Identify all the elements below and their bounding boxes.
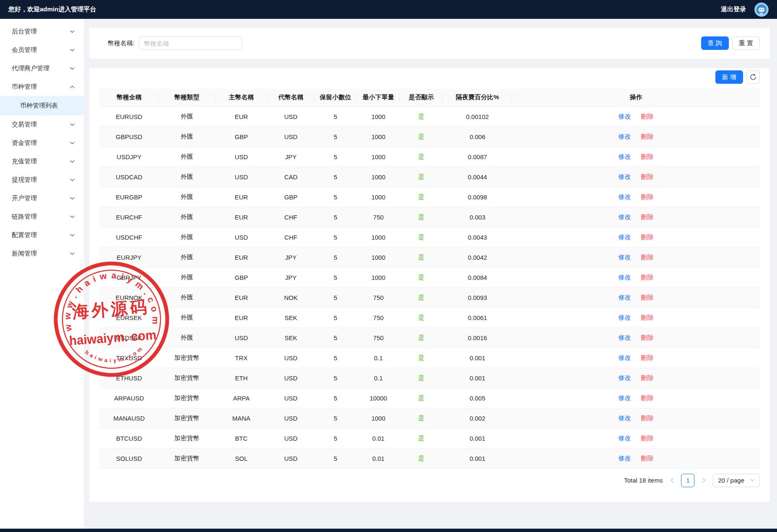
cell-type: 外匯 — [159, 127, 215, 147]
currency-name-input[interactable] — [139, 36, 242, 50]
edit-link[interactable]: 修改 — [618, 294, 631, 301]
delete-link[interactable]: 刪除 — [641, 253, 653, 261]
delete-link[interactable]: 刪除 — [641, 374, 653, 381]
sidebar-item-agent-merchant[interactable]: 代理商户管理 — [0, 59, 84, 77]
edit-link[interactable]: 修改 — [618, 374, 631, 381]
delete-link[interactable]: 刪除 — [641, 314, 653, 321]
table-row: USDCAD外匯USDCAD51000是0.0044修改刪除 — [99, 167, 760, 187]
edit-link[interactable]: 修改 — [618, 253, 631, 261]
col-header-full-name: 幣種全稱 — [99, 89, 159, 106]
cell-visible: 是 — [400, 388, 443, 408]
cell-type: 外匯 — [159, 167, 215, 187]
edit-link[interactable]: 修改 — [618, 173, 631, 180]
table-row: EURCHF外匯EURCHF5750是0.003修改刪除 — [99, 207, 760, 227]
table-row: ETHUSD加密貨幣ETHUSD50.1是0.001修改刪除 — [99, 368, 760, 388]
table-row: EURUSD外匯EURUSD51000是0.00102修改刪除 — [99, 106, 760, 127]
edit-link[interactable]: 修改 — [618, 394, 631, 401]
page-size-select[interactable]: 20 / page — [713, 474, 760, 487]
cell-full-name: EURSEK — [99, 307, 159, 328]
delete-link[interactable]: 刪除 — [641, 334, 653, 341]
cell-fee: 0.0087 — [443, 147, 512, 167]
cell-base: USD — [215, 167, 268, 187]
edit-link[interactable]: 修改 — [618, 434, 631, 442]
sidebar-item-trade[interactable]: 交易管理 — [0, 115, 84, 134]
cell-quote: SEK — [268, 328, 314, 348]
next-page-button[interactable] — [699, 474, 709, 487]
cell-base: ETH — [215, 368, 268, 388]
edit-link[interactable]: 修改 — [618, 455, 631, 462]
edit-link[interactable]: 修改 — [618, 274, 631, 281]
sidebar-item-link[interactable]: 链路管理 — [0, 207, 84, 226]
cell-actions: 修改刪除 — [512, 267, 760, 287]
sidebar-item-label: 币种管理 — [12, 83, 37, 91]
cell-fee: 0.005 — [443, 388, 512, 408]
cell-min-order: 0.1 — [357, 368, 400, 388]
edit-link[interactable]: 修改 — [618, 133, 631, 140]
cell-decimals: 5 — [314, 247, 357, 267]
cell-fee: 0.002 — [443, 408, 512, 428]
delete-link[interactable]: 刪除 — [641, 113, 653, 120]
sidebar-item-currency[interactable]: 币种管理 — [0, 77, 84, 96]
delete-link[interactable]: 刪除 — [641, 394, 653, 401]
cell-base: SOL — [215, 448, 268, 468]
sidebar-item-account-open[interactable]: 开户管理 — [0, 189, 84, 207]
sidebar-item-deposit[interactable]: 充值管理 — [0, 152, 84, 170]
page-size-value: 20 / page — [718, 477, 744, 484]
current-page-button[interactable]: 1 — [681, 474, 694, 487]
edit-link[interactable]: 修改 — [618, 213, 631, 220]
edit-link[interactable]: 修改 — [618, 113, 631, 120]
cell-visible: 是 — [400, 167, 443, 187]
edit-link[interactable]: 修改 — [618, 314, 631, 321]
edit-link[interactable]: 修改 — [618, 414, 631, 421]
sidebar-item-withdraw[interactable]: 提现管理 — [0, 170, 84, 189]
delete-link[interactable]: 刪除 — [641, 173, 653, 180]
delete-link[interactable]: 刪除 — [641, 153, 653, 160]
cell-visible: 是 — [400, 368, 443, 388]
delete-link[interactable]: 刪除 — [641, 455, 653, 462]
edit-link[interactable]: 修改 — [618, 354, 631, 361]
cell-full-name: USDCAD — [99, 167, 159, 187]
cell-full-name: USDCHF — [99, 227, 159, 247]
cell-base: EUR — [215, 187, 268, 207]
cell-type: 加密貨幣 — [159, 388, 215, 408]
cell-type: 加密貨幣 — [159, 348, 215, 368]
delete-link[interactable]: 刪除 — [641, 434, 653, 442]
sidebar-item-news[interactable]: 新闻管理 — [0, 244, 84, 263]
cell-full-name: ETHUSD — [99, 368, 159, 388]
table-row: GBPJPY外匯GBPJPY51000是0.0084修改刪除 — [99, 267, 760, 287]
edit-link[interactable]: 修改 — [618, 233, 631, 240]
top-header: 您好，欢迎admin进入管理平台 退出登录 — [0, 0, 777, 19]
edit-link[interactable]: 修改 — [618, 153, 631, 160]
cell-full-name: EURGBP — [99, 187, 159, 207]
edit-link[interactable]: 修改 — [618, 334, 631, 341]
query-button[interactable]: 查 詢 — [701, 36, 729, 50]
delete-link[interactable]: 刪除 — [641, 354, 653, 361]
add-button[interactable]: 新 增 — [715, 70, 743, 84]
edit-link[interactable]: 修改 — [618, 193, 631, 200]
delete-link[interactable]: 刪除 — [641, 274, 653, 281]
cell-min-order: 750 — [357, 287, 400, 307]
delete-link[interactable]: 刪除 — [641, 213, 653, 220]
table-row: MANAUSD加密貨幣MANAUSD51000是0.002修改刪除 — [99, 408, 760, 428]
cell-min-order: 1000 — [357, 408, 400, 428]
delete-link[interactable]: 刪除 — [641, 294, 653, 301]
delete-link[interactable]: 刪除 — [641, 133, 653, 140]
sidebar-item-member[interactable]: 会员管理 — [0, 41, 84, 59]
reset-button[interactable]: 重 置 — [732, 36, 760, 50]
chevron-down-icon — [70, 49, 75, 52]
cell-actions: 修改刪除 — [512, 328, 760, 348]
delete-link[interactable]: 刪除 — [641, 193, 653, 200]
delete-link[interactable]: 刪除 — [641, 414, 653, 421]
sidebar-item-backstage[interactable]: 后台管理 — [0, 22, 84, 41]
cell-fee: 0.001 — [443, 348, 512, 368]
prev-page-button[interactable] — [667, 474, 677, 487]
sidebar-item-currency-list[interactable]: 币种管理列表 — [0, 96, 84, 115]
logout-link[interactable]: 退出登录 — [721, 5, 746, 13]
refresh-button[interactable] — [746, 70, 760, 84]
cell-base: TRX — [215, 348, 268, 368]
delete-link[interactable]: 刪除 — [641, 233, 653, 240]
sidebar-item-config[interactable]: 配置管理 — [0, 226, 84, 244]
sidebar-item-funds[interactable]: 资金管理 — [0, 134, 84, 152]
total-items-label: Total 18 items — [624, 477, 663, 484]
user-avatar[interactable] — [754, 3, 769, 17]
